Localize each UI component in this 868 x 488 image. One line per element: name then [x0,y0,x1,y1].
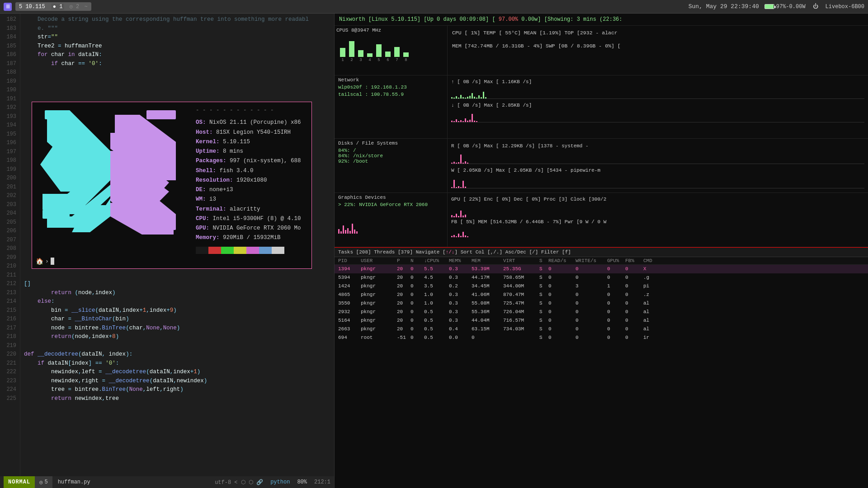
mem-694: 0.0 [449,334,472,342]
cmd-3550: al [643,300,864,307]
editor-content[interactable]: 182183184185186 187188189190191 19219319… [0,14,334,476]
p-2932: 20 [397,308,410,316]
gpu-bar-3 [343,225,344,234]
ascii-art-area [32,102,190,268]
cpu-info-area: CPU [ 1%] TEMP [ 55°C] MEAN [1.19%] TOP … [448,26,868,75]
n-5164: 0 [410,317,424,324]
code-line-220: def __decodetree(dataIN, index): [24,350,330,359]
col-p: P [397,258,410,263]
gpu-right: GPU [ 22%] Enc [ 0%] Dec [ 0%] Proc [3] … [448,193,868,247]
cpu-info-line1: CPU [ 1%] TEMP [ 55°C] MEAN [1.19%] TOP … [452,28,863,38]
proc-row-1424[interactable]: 1424 pkngr 20 0 3.5 0.2 34.45M 344.00M S… [335,282,868,291]
svg-rect-2 [45,110,70,119]
tasks-count: Tasks [208] Threads [379] Navigate [ [338,249,446,255]
gpu-enc-bar-1 [451,215,453,217]
gpu-fb-bar-6 [462,232,464,237]
gpu-bar-8 [354,230,355,234]
workspace-label[interactable]: 5 10.115 ● 1 ◎ 2 ~ [15,2,91,11]
net-spark-7 [465,98,466,99]
code-line-215: bin = __slice(dataIN,index+1,index+9) [24,306,330,315]
disk-read-row: R [ 0B /s] Max [ 12.29KB /s] [1378 - sys… [451,143,864,149]
cpu-section-title: CPUS 8@3947 MHz [336,28,445,33]
col-n: N [410,258,424,263]
proc-row-5394[interactable]: 5394 pkngr 20 0 4.5 0.3 44.17M 758.65M S… [335,273,868,282]
col-user: USER [361,258,397,263]
gpu-2663: 0 [607,325,625,333]
net-spark-15 [483,92,484,99]
disk-spark-3 [456,163,457,164]
gpu-enc-bar-3 [456,214,457,217]
write-1424: 3 [576,282,607,290]
col-write: WRITE/s [576,258,607,263]
net-down-label: ↓ [ 0B /s] Max [ 2.85KB /s] [451,103,532,108]
process-section: Tasks [208] Threads [379] Navigate [↑/↓]… [335,247,868,488]
code-line-222: newindex,left = __decodetree(dataIN,inde… [24,368,330,377]
disk-spark-4 [458,162,459,164]
proc-row-694[interactable]: 694 root -51 0 0.5 0.0 0 S 0 0 0 0 ir [335,333,868,342]
disk-read-label: R [ 0B /s] Max [ 12.29KB /s] [1378 - sys… [451,143,589,149]
cpu-bar-label-3: 3 [359,58,362,62]
gpu-fb-bar-4 [458,234,459,237]
read-3550: 0 [548,300,576,307]
gpu-graph-area [338,211,443,234]
cpu-bar-2: 2 [349,41,354,62]
proc-row-1394[interactable]: 1394 pkngr 20 0 5.5 0.3 53.39M 25.35G S … [335,265,868,273]
disk-spark-8 [467,163,468,164]
ws-tilde: ~ [84,4,87,10]
disk-wsp-3 [456,187,457,188]
s-2932: S [539,308,548,316]
n-694: 0 [410,334,424,342]
mem-2663: 0.4 [449,325,472,333]
net-spark-8 [467,97,468,99]
network-section: Network wlp0s20f : 192.168.1.23 tailscal… [335,75,868,139]
col-fb: FB% [625,258,643,263]
gpu-fb-bar-7 [465,235,466,237]
fb-5164: 0 [625,317,643,324]
cpu-5164: 0.5 [424,317,449,324]
pid-3550: 3550 [338,300,361,307]
proc-row-2932[interactable]: 2932 pkngr 20 0 0.5 0.3 55.36M 726.04M S… [335,308,868,316]
nixos-logo-svg [36,106,185,237]
code-line-218: return(node,index+8) [24,333,330,342]
gpu-enc-bar-6 [462,216,464,217]
s-694: S [539,334,548,342]
hostname: Livebox-6B00 [826,4,864,10]
cpu-bar-fill-2 [349,41,354,57]
code-line-182: Decode a string using the corresponding … [24,15,330,24]
hostname-label: Nixworth [339,16,368,23]
cpu-bar-label-7: 7 [396,58,398,62]
net-dl-spark-12 [476,121,477,122]
proc-row-3550[interactable]: 3550 pkngr 20 0 1.0 0.3 55.08M 725.47M S… [335,299,868,308]
topbar: ☰ 5 10.115 ● 1 ◎ 2 ~ Sun, May 29 22:39:4… [0,0,868,14]
p-5394: 20 [397,274,410,282]
gpu-3550: 0 [607,300,625,307]
read-1394: 0 [548,265,576,273]
net-spark-14 [481,97,482,99]
neofetch-overlay: - - - - - - - - - - - - OS: NixOS 21.11 … [32,102,312,269]
code-line-213: return (node,index) [24,289,330,298]
cpu-bar-label-6: 6 [387,58,389,62]
p-4865: 20 [397,291,410,299]
cmd-2663: al [643,325,864,333]
memv-1424: 34.45M [472,282,503,290]
user-694: root [361,334,397,342]
gpu-fb-line: FB [ 5%] MEM [514.52MB / 6.44GB - 7%] Pw… [451,219,864,225]
gpu-enc-bar-2 [453,216,455,217]
net-spark-11 [474,97,475,99]
code-line-219 [24,342,330,351]
virt-2663: 734.03M [503,325,539,333]
user-1424: pkngr [361,282,397,290]
proc-row-5164[interactable]: 5164 pkngr 20 0 0.5 0.3 44.04M 716.57M S… [335,316,868,325]
cmd-4865: .z [643,291,864,299]
power-button[interactable]: ⏻ [813,3,818,10]
battery-text: 97%-0.00W [776,4,806,10]
net-dl-spark-1 [451,121,453,122]
proc-row-2663[interactable]: 2663 pkngr 20 0 0.5 0.4 63.15M 734.03M S… [335,325,868,333]
s-1394: S [539,265,548,273]
memv-5164: 44.04M [472,317,503,324]
pid-4865: 4865 [338,291,361,299]
mem-1424: 0.2 [449,282,472,290]
proc-row-4865[interactable]: 4865 pkngr 20 0 1.0 0.3 41.06M 870.47M S… [335,291,868,299]
cpu-2932: 0.5 [424,308,449,316]
net-spark-16 [485,97,486,99]
